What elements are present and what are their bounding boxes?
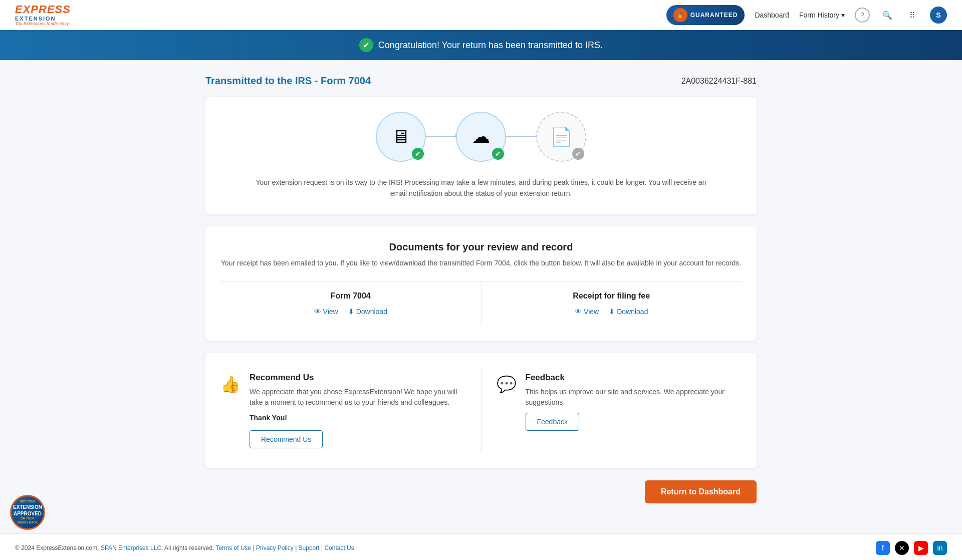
footer-social: f ✕ ▶ in — [876, 541, 947, 555]
badge-line4: OR YOUR — [21, 517, 35, 521]
banner-message: Congratulation! Your return has been tra… — [378, 40, 603, 51]
return-to-dashboard-button[interactable]: Return to Dashboard — [645, 480, 757, 503]
transmission-card: 🖥 ✔ ☁ ✔ 📄 ✔ Your extension request is on… — [205, 97, 757, 214]
recommend-title: Recommend Us — [250, 373, 466, 383]
header: EXPRESS EXTENSION Tax Extensions made ea… — [0, 0, 962, 30]
step-arrow-2 — [506, 136, 536, 137]
step-3-circle: 📄 ✔ — [536, 112, 586, 162]
privacy-link[interactable]: Privacy Policy — [256, 544, 294, 551]
badge-line2: EXTENSION — [13, 504, 42, 510]
feedback-content: Feedback This helps us improve our site … — [526, 373, 742, 431]
facebook-icon[interactable]: f — [876, 541, 890, 555]
header-right: 🏅 GUARANTEED Dashboard Form History ▾ ? … — [666, 5, 947, 25]
feedback-button[interactable]: Feedback — [526, 413, 579, 431]
feedback-col: 💬 Feedback This helps us improve our sit… — [481, 368, 742, 453]
rights-text: All rights reserved. — [164, 544, 214, 551]
feedback-icon: 💬 — [497, 375, 517, 394]
main-content: Transmitted to the IRS - Form 7004 2A003… — [195, 60, 767, 533]
copyright-text: © 2024 ExpressExtension.com, — [15, 544, 99, 551]
form-history-nav-link[interactable]: Form History ▾ — [799, 11, 845, 19]
help-button[interactable]: ? — [855, 8, 870, 23]
approved-badge: GET YOUR EXTENSION APPROVED OR YOUR MONE… — [10, 495, 45, 530]
guaranteed-badge: 🏅 GUARANTEED — [666, 5, 745, 25]
footer: © 2024 ExpressExtension.com, SPAN Enterp… — [0, 533, 962, 560]
recommend-feedback-card: 👍 Recommend Us We appreciate that you ch… — [205, 353, 757, 468]
success-banner: ✔ Congratulation! Your return has been t… — [0, 30, 962, 60]
step-2-icon: ☁ — [472, 126, 490, 147]
thank-you-text: Thank You! — [250, 413, 466, 423]
footer-left: © 2024 ExpressExtension.com, SPAN Enterp… — [15, 544, 354, 551]
two-col-layout: 👍 Recommend Us We appreciate that you ch… — [220, 368, 742, 453]
step-2-badge: ✔ — [492, 148, 504, 160]
twitter-icon[interactable]: ✕ — [895, 541, 909, 555]
step-1-icon: 🖥 — [392, 126, 410, 147]
recommend-col: 👍 Recommend Us We appreciate that you ch… — [220, 368, 481, 453]
linkedin-icon[interactable]: in — [933, 541, 947, 555]
form7004-actions: 👁 View ⬇ Download — [241, 308, 461, 316]
action-row: Return to Dashboard — [205, 480, 757, 503]
form7004-view-label: View — [323, 308, 338, 316]
feedback-description: This helps us improve our site and servi… — [526, 387, 742, 408]
badge-line5: MONEY BACK — [18, 521, 38, 525]
guaranteed-label: GUARANTEED — [690, 12, 738, 19]
receipt-view-label: View — [584, 308, 599, 316]
search-button[interactable]: 🔍 — [880, 8, 895, 23]
badge-shield-icon: 🏅 — [673, 8, 687, 22]
form7004-download-label: Download — [356, 308, 387, 316]
eye-icon-2: 👁 — [575, 308, 582, 316]
badge-line3: APPROVED — [14, 510, 42, 517]
logo-express: EXPRESS — [15, 4, 71, 16]
company-link[interactable]: SPAN Enterprises LLC. — [101, 544, 163, 551]
chevron-down-icon: ▾ — [841, 11, 845, 19]
logo-tagline: Tax Extensions made easy — [15, 22, 71, 27]
logo: EXPRESS EXTENSION Tax Extensions made ea… — [15, 4, 71, 27]
step-1-badge: ✔ — [412, 148, 424, 160]
youtube-icon[interactable]: ▶ — [914, 541, 928, 555]
documents-grid: Form 7004 👁 View ⬇ Download Receipt for … — [220, 281, 742, 326]
step-1-circle: 🖥 ✔ — [376, 112, 426, 162]
step-2-circle: ☁ ✔ — [456, 112, 506, 162]
recommend-us-button[interactable]: Recommend Us — [250, 430, 323, 448]
page-header: Transmitted to the IRS - Form 7004 2A003… — [205, 75, 757, 87]
badge-line1: GET YOUR — [20, 500, 35, 504]
page-title: Transmitted to the IRS - Form 7004 — [205, 75, 371, 87]
step-3-badge: ✔ — [572, 148, 584, 160]
help-label: ? — [860, 11, 864, 19]
grid-icon[interactable]: ⠿ — [905, 8, 920, 23]
download-icon-2: ⬇ — [609, 308, 615, 316]
documents-title: Documents for your review and record — [220, 241, 742, 253]
download-icon: ⬇ — [348, 308, 354, 316]
form7004-download-link[interactable]: ⬇ Download — [348, 308, 387, 316]
support-link[interactable]: Support — [299, 544, 320, 551]
recommend-content: Recommend Us We appreciate that you chos… — [250, 373, 466, 448]
contact-link[interactable]: Contact Us — [324, 544, 354, 551]
success-check-icon: ✔ — [359, 38, 373, 52]
eye-icon: 👁 — [314, 308, 321, 316]
dashboard-nav-link[interactable]: Dashboard — [755, 11, 789, 19]
confirmation-code: 2A0036224431F-881 — [681, 77, 757, 86]
terms-link[interactable]: Terms of Use — [216, 544, 252, 551]
documents-card: Documents for your review and record You… — [205, 226, 757, 341]
receipt-col: Receipt for filing fee 👁 View ⬇ Download — [481, 282, 742, 326]
receipt-download-label: Download — [617, 308, 648, 316]
documents-subtitle: Your receipt has been emailed to you. If… — [220, 259, 742, 267]
receipt-title: Receipt for filing fee — [502, 292, 722, 301]
receipt-view-link[interactable]: 👁 View — [575, 308, 599, 316]
form-history-label: Form History — [799, 11, 839, 19]
thumbs-up-icon: 👍 — [220, 375, 241, 394]
recommend-description: We appreciate that you chose ExpressExte… — [250, 387, 466, 408]
transmission-description: Your extension request is on its way to … — [256, 177, 706, 199]
form7004-title: Form 7004 — [241, 292, 461, 301]
form7004-col: Form 7004 👁 View ⬇ Download — [220, 282, 481, 326]
form7004-view-link[interactable]: 👁 View — [314, 308, 338, 316]
receipt-download-link[interactable]: ⬇ Download — [609, 308, 648, 316]
step-3-icon: 📄 — [550, 126, 573, 147]
progress-steps: 🖥 ✔ ☁ ✔ 📄 ✔ — [220, 112, 742, 162]
user-avatar[interactable]: S — [930, 7, 947, 24]
receipt-actions: 👁 View ⬇ Download — [502, 308, 722, 316]
feedback-title: Feedback — [526, 373, 742, 383]
step-arrow-1 — [426, 136, 456, 137]
